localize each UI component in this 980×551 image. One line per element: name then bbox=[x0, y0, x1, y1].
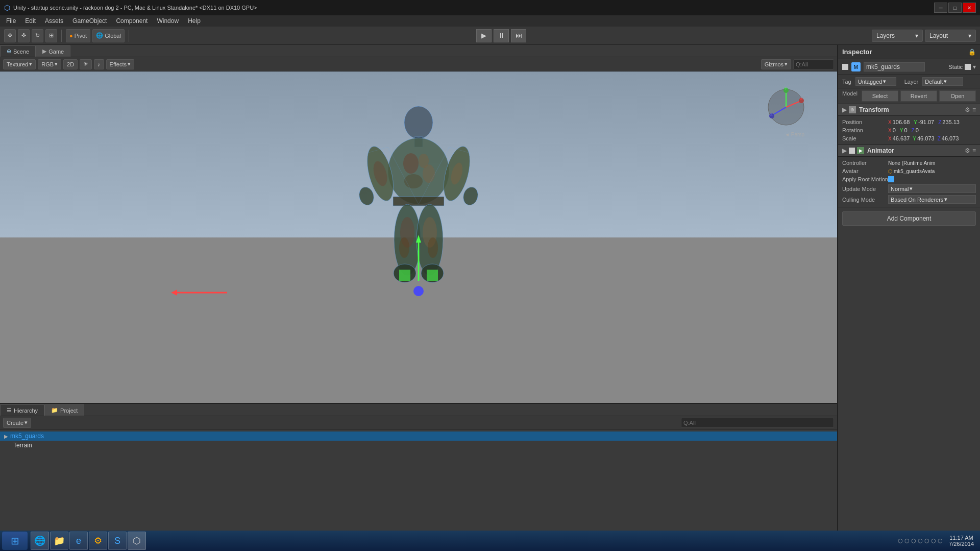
taskbar-unity[interactable]: ⬡ bbox=[128, 532, 146, 550]
transform-settings-icon[interactable]: ⚙ bbox=[965, 106, 970, 113]
pos-x-field[interactable]: X 106.68 bbox=[888, 119, 910, 125]
ry-label: Y bbox=[900, 128, 903, 133]
maximize-button[interactable]: □ bbox=[948, 3, 962, 13]
layers-dropdown[interactable]: Layers ▾ bbox=[872, 30, 923, 42]
tool-scale[interactable]: ⊞ bbox=[45, 29, 57, 42]
culling-mode-dropdown[interactable]: Based On Renderers ▾ bbox=[888, 195, 976, 204]
chevron-tag-icon: ▾ bbox=[883, 78, 886, 85]
apply-root-motion-checkbox[interactable] bbox=[888, 176, 894, 182]
scale-x-field[interactable]: X 46.637 bbox=[888, 135, 910, 141]
pause-button[interactable]: ⏸ bbox=[494, 29, 509, 42]
effects-dropdown[interactable]: Effects ▾ bbox=[106, 59, 134, 69]
add-component-button[interactable]: Add Component bbox=[842, 211, 976, 226]
chevron-effects-icon: ▾ bbox=[128, 61, 131, 67]
play-button[interactable]: ▶ bbox=[476, 29, 492, 42]
object-name-input[interactable] bbox=[864, 62, 925, 71]
svg-text:Z: Z bbox=[770, 112, 773, 116]
svg-point-6 bbox=[419, 154, 429, 168]
taskbar-folder[interactable]: 📁 bbox=[50, 532, 68, 550]
transform-component-header[interactable]: ▶ ⊕ Transform ⚙ ≡ bbox=[838, 104, 980, 116]
menu-window[interactable]: Window bbox=[153, 16, 183, 26]
animator-component-header[interactable]: ▶ ▶ Animator ⚙ ≡ bbox=[838, 145, 980, 157]
time-display: 11:17 AM bbox=[949, 535, 974, 541]
update-mode-dropdown[interactable]: Normal ▾ bbox=[888, 184, 976, 193]
create-button[interactable]: Create ▾ bbox=[3, 418, 31, 428]
static-checkbox[interactable] bbox=[965, 64, 971, 70]
select-button[interactable]: Select bbox=[862, 90, 898, 102]
rot-x-field[interactable]: X 0 bbox=[888, 127, 896, 133]
rot-z-field[interactable]: Z 0 bbox=[912, 127, 919, 133]
close-button[interactable]: ✕ bbox=[963, 3, 976, 13]
step-button[interactable]: ⏭ bbox=[511, 29, 526, 42]
pivot-icon: ● bbox=[69, 33, 73, 39]
scale-z-field[interactable]: Z 46.073 bbox=[938, 135, 959, 141]
animator-body: Controller None (Runtime Anim Avatar ⬡ m… bbox=[838, 157, 980, 207]
gizmos-dropdown[interactable]: Gizmos ▾ bbox=[761, 59, 791, 69]
tab-game[interactable]: ▶ Game bbox=[36, 45, 70, 57]
update-mode-label: Update Mode bbox=[842, 186, 888, 192]
rx-label: X bbox=[888, 128, 892, 133]
model-buttons: Model Select Revert Open bbox=[838, 88, 980, 104]
2d-toggle[interactable]: 2D bbox=[63, 59, 78, 69]
svg-text:X: X bbox=[800, 97, 803, 101]
tool-hand[interactable]: ✥ bbox=[4, 29, 16, 42]
pivot-button[interactable]: ● Pivot bbox=[66, 29, 90, 42]
lock-icon[interactable]: 🔒 bbox=[968, 49, 976, 56]
global-button[interactable]: 🌐 Global bbox=[92, 29, 125, 42]
light-toggle[interactable]: ☀ bbox=[80, 59, 92, 69]
hierarchy-item-mk5guards[interactable]: ▶ mk5_guards bbox=[0, 432, 837, 441]
windows-icon: ⊞ bbox=[11, 535, 19, 547]
menu-component[interactable]: Component bbox=[112, 16, 152, 26]
svg-point-11 bbox=[357, 185, 376, 207]
animator-menu-icon[interactable]: ≡ bbox=[972, 147, 976, 154]
tool-rotate[interactable]: ↻ bbox=[32, 29, 43, 42]
layer-dropdown[interactable]: Default ▾ bbox=[922, 77, 963, 86]
taskbar-chrome[interactable]: 🌐 bbox=[31, 532, 49, 550]
taskbar-skype[interactable]: S bbox=[108, 532, 127, 550]
tab-scene[interactable]: ⊕ Scene bbox=[0, 45, 36, 57]
pos-z-field[interactable]: Z 235.13 bbox=[938, 119, 960, 125]
tool-move[interactable]: ✜ bbox=[18, 29, 30, 42]
active-toggle[interactable] bbox=[842, 64, 848, 70]
chevron-view-icon: ▾ bbox=[29, 61, 32, 67]
menu-gameobject[interactable]: GameObject bbox=[68, 16, 111, 26]
transform-menu-icon[interactable]: ≡ bbox=[972, 106, 976, 113]
menu-edit[interactable]: Edit bbox=[21, 16, 40, 26]
svg-point-0 bbox=[404, 106, 433, 139]
menu-file[interactable]: File bbox=[2, 16, 20, 26]
title-controls[interactable]: ─ □ ✕ bbox=[934, 3, 976, 13]
taskbar-tool[interactable]: ⚙ bbox=[89, 532, 107, 550]
orientation-gizmo[interactable]: Y X Z bbox=[766, 87, 806, 128]
x-label: X bbox=[888, 119, 892, 125]
minimize-button[interactable]: ─ bbox=[934, 3, 947, 13]
scene-search-input[interactable] bbox=[793, 59, 834, 69]
svg-point-16 bbox=[399, 237, 409, 258]
rot-y-field[interactable]: Y 0 bbox=[900, 127, 908, 133]
layout-dropdown[interactable]: Layout ▾ bbox=[925, 30, 976, 42]
chevron-static-icon[interactable]: ▾ bbox=[973, 63, 976, 70]
scene-view[interactable]: Y X Z ◄ Persp bbox=[0, 71, 837, 403]
scale-label: Scale bbox=[842, 135, 888, 141]
persp-label[interactable]: ◄ Persp bbox=[785, 132, 804, 137]
transform-body: Position X 106.68 Y -91.07 Z 235.13 bbox=[838, 116, 980, 145]
scale-y-field[interactable]: Y 46.073 bbox=[913, 135, 934, 141]
taskbar-ie[interactable]: e bbox=[69, 532, 88, 550]
start-button[interactable]: ⊞ bbox=[2, 532, 28, 550]
menu-help[interactable]: Help bbox=[184, 16, 205, 26]
controller-row: Controller None (Runtime Anim bbox=[842, 159, 976, 167]
menu-assets[interactable]: Assets bbox=[41, 16, 67, 26]
color-mode-dropdown[interactable]: RGB ▾ bbox=[38, 59, 61, 69]
revert-button[interactable]: Revert bbox=[900, 90, 937, 102]
animator-settings-icon[interactable]: ⚙ bbox=[965, 147, 970, 154]
animator-active[interactable] bbox=[849, 148, 855, 154]
tab-project[interactable]: 📁 Project bbox=[44, 404, 84, 416]
audio-toggle[interactable]: ♪ bbox=[94, 59, 104, 69]
scene-canvas: Y X Z ◄ Persp bbox=[0, 71, 837, 403]
view-mode-dropdown[interactable]: Textured ▾ bbox=[3, 59, 36, 69]
tab-hierarchy[interactable]: ☰ Hierarchy bbox=[0, 404, 44, 416]
hierarchy-search-input[interactable] bbox=[681, 418, 834, 428]
pos-y-field[interactable]: Y -91.07 bbox=[914, 119, 934, 125]
tag-dropdown[interactable]: Untagged ▾ bbox=[855, 77, 896, 86]
hierarchy-item-terrain[interactable]: Terrain bbox=[0, 441, 837, 450]
open-button[interactable]: Open bbox=[939, 90, 976, 102]
